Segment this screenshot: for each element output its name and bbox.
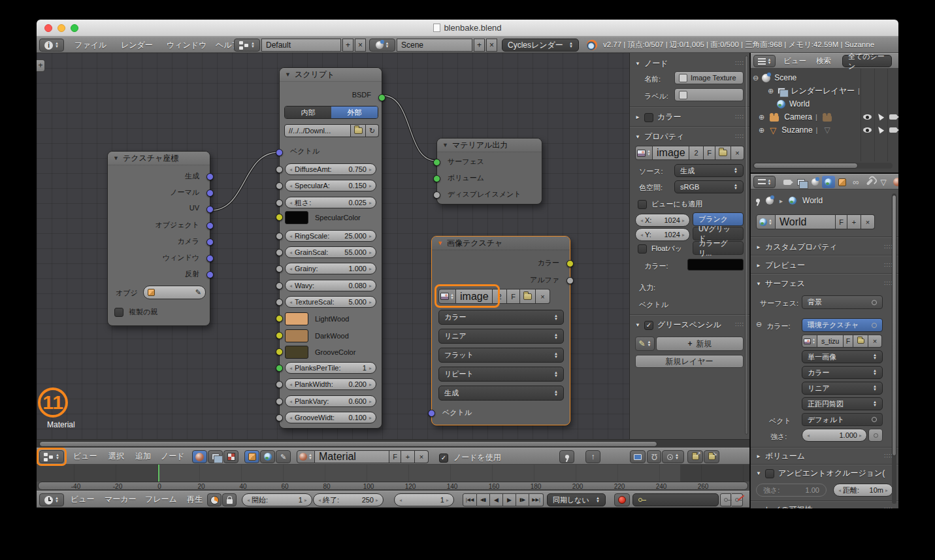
socket-in[interactable] [276,381,283,388]
scene-add-button[interactable]: + [474,39,485,52]
panel-ray-visibility[interactable]: ►レイの可視性 [756,504,813,508]
time-display-toggle[interactable] [207,493,221,506]
socket-in[interactable] [276,348,283,355]
jump-to-end-button[interactable]: ▶▶| [529,493,544,506]
menu-file[interactable]: ファイル [74,40,107,51]
delete-keyframe-button[interactable] [732,493,743,506]
node-menu-select[interactable]: 選択 [108,451,124,462]
panel-drag-dots[interactable]: :::: [735,59,744,66]
play-button[interactable]: ▶ [503,493,516,506]
image-unlink-button[interactable]: × [731,146,744,160]
collapse-icon[interactable]: ▼ [437,240,443,246]
node-material-output[interactable]: ▼マテリアル出力 サーフェス ボリューム ディスプレイスメント [436,138,542,205]
toolbar-open-tab[interactable]: + [37,59,45,72]
script-reload-button[interactable]: ↻ [366,124,379,137]
outliner-filter-dropdown[interactable]: 全てのシーン [842,55,892,67]
editor-type-selector-outliner[interactable] [753,55,776,67]
strength-slider[interactable]: 1.000 [802,429,867,442]
outliner-row-world[interactable]: World [751,97,898,110]
expand-icon[interactable]: ⊖ [753,74,759,82]
end-frame-slider[interactable]: 終了:250 [313,493,384,506]
vector-default-button[interactable]: デフォルト [802,413,883,426]
screen-layout-icon-button[interactable] [234,39,260,52]
gp-datablock-icon-button[interactable]: ✎ [635,337,655,351]
outliner-menu-search[interactable]: 検索 [816,56,831,66]
expand-icon[interactable]: ⊕ [768,87,774,95]
tab-world[interactable] [822,176,835,188]
scene-close-button[interactable]: × [486,39,497,52]
world-fake-user-button[interactable]: F [836,214,847,229]
visibility-eye-icon[interactable] [863,114,872,120]
outliner-row-camera[interactable]: ⊕Camera| [751,110,898,124]
outliner-menu-view[interactable]: ビュー [783,56,806,66]
socket-generated[interactable] [206,173,214,180]
node-texcoord-header[interactable]: ▼テクスチャ座標 [108,152,210,165]
renderability-camera-icon[interactable] [889,114,897,120]
socket-vector-in[interactable] [276,149,283,156]
backdrop-button[interactable] [630,450,646,463]
outliner-row-renderlayer[interactable]: ⊕レンダーレイヤー| [751,84,898,97]
zoom-window-button[interactable] [71,24,78,32]
surface-shader-button[interactable]: 背景 [802,295,883,309]
node-menu-view[interactable]: ビュー [73,451,97,462]
pin-icon[interactable] [756,199,760,203]
slider-plankvary[interactable]: PlankVary:0.600 [285,395,376,407]
gp-new-layer-button[interactable]: 新規レイヤー [635,355,744,368]
socket-in[interactable] [276,214,283,221]
expand-icon[interactable]: ⊕ [759,126,764,135]
env-fake-user-button[interactable]: F [844,335,853,348]
panel-drag-dots[interactable]: :::: [735,113,744,120]
panel-preview[interactable]: ►プレビュー [756,260,805,271]
object-field[interactable]: ✎ [143,286,206,299]
image-datablock-icon-button[interactable] [635,146,653,160]
panel-drag-dots[interactable]: :::: [735,133,744,139]
node-image-texture[interactable]: ▼画像テクスチャ カラー アルファ image 2 F × カラー リニア フラ… [431,236,570,425]
tab-scene[interactable] [808,176,821,188]
render-engine-dropdown[interactable]: Cyclesレンダー [502,39,579,52]
generated-color-swatch[interactable] [687,259,744,271]
socket-in[interactable] [276,199,283,206]
image-datablock-name[interactable]: image [456,289,493,304]
slider-diffuseamt[interactable]: DiffuseAmt:0.750 [285,163,376,175]
socket-in[interactable] [276,365,283,372]
socket-window[interactable] [206,255,214,262]
slider-plankspertile[interactable]: PlanksPerTile:1 [285,362,376,374]
image-projection-select[interactable]: フラット [438,348,564,363]
socket-surface[interactable] [433,159,440,166]
node-color-swatch[interactable] [644,113,653,122]
socket-alpha[interactable] [566,277,574,284]
material-datablock-icon-button[interactable] [297,450,315,463]
editor-type-selector-properties[interactable] [753,176,776,188]
tab-modifiers[interactable] [863,176,876,188]
layout-add-button[interactable]: + [342,39,353,52]
world-add-button[interactable]: + [847,214,861,229]
env-projection-select[interactable]: 正距円筒図 [802,397,883,410]
node-name-field[interactable]: Image Texture [674,71,744,84]
image-open-button[interactable] [520,289,536,304]
socket-in[interactable] [276,249,283,256]
collapse-icon[interactable]: ▼ [113,155,119,161]
shader-type-linestyle-button[interactable]: ✎ [276,450,291,463]
screen-layout-field[interactable]: Default [261,39,341,52]
socket-in[interactable] [276,282,283,289]
script-open-button[interactable] [351,124,366,137]
visibility-eye-icon[interactable] [863,127,872,133]
env-interp-select[interactable]: リニア [802,382,883,395]
keying-set-field[interactable] [632,493,719,506]
socket-in[interactable] [276,315,283,322]
socket-in[interactable] [276,332,283,339]
tab-data[interactable]: ▽ [877,176,890,188]
node-editor-hscrollbar[interactable] [37,439,749,448]
start-frame-slider[interactable]: 開始:1 [242,493,312,506]
image-datablock-icon-button[interactable] [438,289,456,304]
node-script-header[interactable]: ▼スクリプト [280,68,382,82]
env-unlink-button[interactable]: × [868,335,882,348]
scene-icon-button[interactable] [369,39,395,52]
snap-toggle-button[interactable]: Ω [647,450,661,463]
image-source-select[interactable]: 生成 [438,386,564,401]
current-frame-marker[interactable] [158,465,159,482]
slider-groovewidt[interactable]: GrooveWidt:0.100 [285,412,376,423]
socket-displacement[interactable] [433,191,440,199]
timeline-menu-playback[interactable]: 再生 [187,494,203,505]
slider-grainscal[interactable]: GrainScal:55.000 [285,246,376,258]
